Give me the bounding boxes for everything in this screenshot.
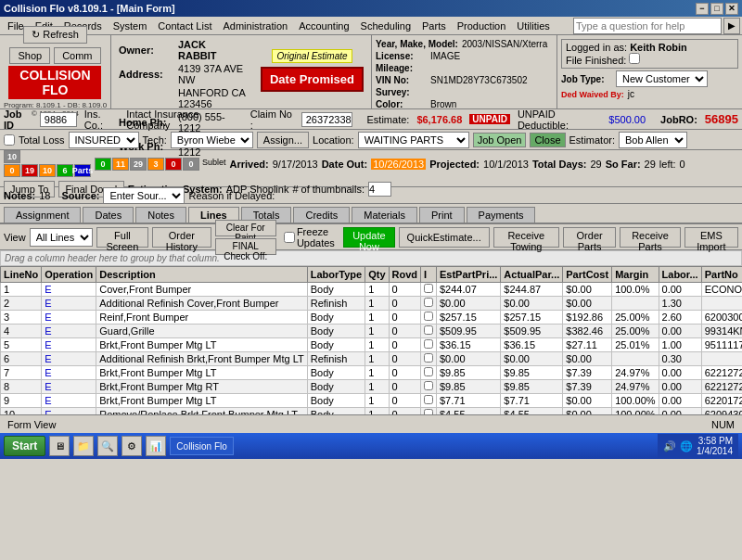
help-search-input[interactable] [573, 18, 722, 34]
table-row[interactable]: 6EAdditional Refinish Brkt,Front Bumper … [1, 352, 743, 366]
taskbar-icon-3[interactable]: 🔍 [97, 436, 118, 456]
table-row[interactable]: 3EReinf,Front BumperBody10$257.15$257.15… [1, 311, 743, 325]
clear-for-paint-button[interactable]: Clear For Paint [215, 220, 276, 236]
col-header-cost[interactable]: PartCost [563, 267, 612, 283]
menu-system[interactable]: System [108, 19, 153, 33]
num-0-red: 0 [165, 158, 182, 171]
taskbar-icon-2[interactable]: 📁 [73, 436, 94, 456]
receive-towing-button[interactable]: Receive Towing [493, 227, 559, 248]
menu-accounting[interactable]: Accounting [293, 19, 354, 33]
view-dropdown[interactable]: All Lines [30, 228, 93, 247]
col-header-actual[interactable]: ActualPar... [501, 267, 563, 283]
table-row[interactable]: 10ERemove/Replace Brkt,Front Bumper Mtg … [1, 408, 743, 415]
menu-production[interactable]: Production [452, 19, 512, 33]
col-header-partno[interactable]: PartNo [701, 267, 742, 283]
tab-print[interactable]: Print [419, 207, 465, 223]
table-row[interactable]: 4EGuard,GrilleBody10$509.95$509.95$382.4… [1, 325, 743, 338]
tab-dates[interactable]: Dates [83, 207, 134, 223]
col-header-labor[interactable]: LaborType [307, 267, 365, 283]
file-finished-checkbox[interactable] [629, 53, 640, 64]
data-table: LineNo Operation Description LaborType Q… [0, 266, 742, 414]
col-header-desc[interactable]: Description [96, 267, 308, 283]
tab-credits[interactable]: Credits [293, 207, 350, 223]
ems-import-button[interactable]: EMS Import [684, 227, 738, 248]
table-row[interactable]: 8EBrkt,Front Bumper Mtg RTBody10$9.85$9.… [1, 380, 743, 394]
left-value: 0 [680, 159, 685, 170]
job-type-dropdown[interactable]: New Customer [616, 70, 708, 87]
col-header-qty[interactable]: Qty [365, 267, 389, 283]
menu-utilities[interactable]: Utilities [511, 19, 555, 33]
tab-payments[interactable]: Payments [467, 207, 536, 223]
source-dropdown[interactable]: Enter Sour... [103, 187, 185, 204]
start-button[interactable]: Start [4, 436, 45, 456]
table-row[interactable]: 1ECover,Front BumperBody10$244.07$244.87… [1, 283, 743, 297]
col-header-i[interactable]: I [421, 267, 437, 283]
col-header-labor2[interactable]: Labor... [659, 267, 701, 283]
sublet-label: Sublet [202, 158, 226, 171]
menu-administration[interactable]: Administration [217, 19, 293, 33]
job-id-label: Job ID [4, 108, 32, 131]
col-header-rovd[interactable]: Rovd [389, 267, 421, 283]
order-parts-button[interactable]: Order Parts [563, 227, 616, 248]
claim-label: Claim No : [250, 108, 294, 131]
location-dropdown[interactable]: WAITING PARTS [358, 132, 469, 148]
tab-assignment[interactable]: Assignment [4, 207, 81, 223]
taskbar-icon-4[interactable]: ⚙ [122, 436, 142, 456]
estimator-dropdown[interactable]: Bob Allen [619, 132, 687, 148]
address-value: 4139 37A AVE NW [178, 63, 246, 85]
refresh-button[interactable]: ↻ Refresh [23, 26, 87, 44]
critical-nums: 10 0 19 10 6 Parts [4, 150, 91, 177]
num-3-2: 3 [147, 158, 164, 171]
taskbar-collision-flo[interactable]: Collision Flo [170, 437, 233, 455]
unpaid-badge: UNPAID [469, 114, 510, 124]
sys-tray-icon-1: 🔊 [663, 440, 676, 452]
job-open-button[interactable]: Job Open [473, 133, 527, 147]
comm-button[interactable]: Comm [54, 47, 100, 64]
quick-estimate-button[interactable]: QuickEstimate... [399, 227, 490, 248]
survey-row: Survey: [376, 87, 553, 97]
table-header-row: LineNo Operation Description LaborType Q… [1, 267, 743, 283]
tab-notes[interactable]: Notes [135, 207, 186, 223]
thumbnails-input[interactable] [368, 182, 391, 197]
tech-dropdown[interactable]: Byron Wiebe [171, 132, 253, 148]
table-row[interactable]: 7EBrkt,Front Bumper Mtg LTBody10$9.85$9.… [1, 366, 743, 380]
col-header-margin[interactable]: Margin [612, 267, 659, 283]
table-wrapper[interactable]: LineNo Operation Description LaborType Q… [0, 266, 742, 414]
date-out-value: 10/26/2013 [371, 159, 426, 170]
shop-button[interactable]: Shop [9, 47, 50, 64]
maximize-button[interactable]: □ [710, 3, 723, 15]
table-row[interactable]: 2EAdditional Refinish Cover,Front Bumper… [1, 297, 743, 311]
taskbar-icon-5[interactable]: 📊 [146, 436, 166, 456]
table-row[interactable]: 5EBrkt,Front Bumper Mtg LTBody10$36.15$3… [1, 338, 743, 352]
menu-contact-list[interactable]: Contact List [152, 19, 217, 33]
menu-scheduling[interactable]: Scheduling [355, 19, 416, 33]
close-button-status[interactable]: Close [530, 133, 565, 147]
job-type-label: Job Type: [561, 74, 612, 84]
freeze-updates-label: Freeze Updates [297, 226, 341, 248]
close-button[interactable]: ✕ [725, 3, 738, 15]
toolbar-row1: View All Lines Full Screen Order History… [0, 224, 742, 250]
freeze-updates-checkbox[interactable] [284, 232, 295, 243]
total-loss-checkbox[interactable] [4, 134, 15, 146]
update-now-button[interactable]: Update Now [343, 227, 394, 248]
owner-row: Owner: JACK RABBIT [119, 39, 246, 61]
num-row-2: 0 19 10 6 Parts [4, 164, 91, 177]
menu-parts[interactable]: Parts [416, 19, 452, 33]
minimize-button[interactable]: − [696, 3, 709, 15]
full-screen-button[interactable]: Full Screen [96, 227, 149, 248]
so-far-value: 29 [645, 159, 656, 170]
col-header-est[interactable]: EstPartPri... [437, 267, 501, 283]
taskbar-icon-1[interactable]: 🖥 [49, 436, 70, 456]
col-header-lineno[interactable]: LineNo [1, 267, 42, 283]
insured-dropdown[interactable]: INSURED [69, 132, 139, 148]
table-row[interactable]: 9EBrkt,Front Bumper Mtg LTBody10$7.71$7.… [1, 394, 743, 408]
assign-button[interactable]: Assign... [257, 132, 309, 148]
window-controls[interactable]: − □ ✕ [696, 3, 738, 15]
title-bar: Collision Flo v8.109.1 - [Main Form] − □… [0, 0, 742, 17]
col-header-op[interactable]: Operation [42, 267, 96, 283]
order-history-button[interactable]: Order History [152, 227, 211, 248]
receive-parts-button[interactable]: Receive Parts [620, 227, 680, 248]
help-search-button[interactable]: ▶ [723, 18, 740, 34]
final-check-button[interactable]: FINAL Check Off: [215, 238, 276, 255]
tab-materials[interactable]: Materials [352, 207, 417, 223]
